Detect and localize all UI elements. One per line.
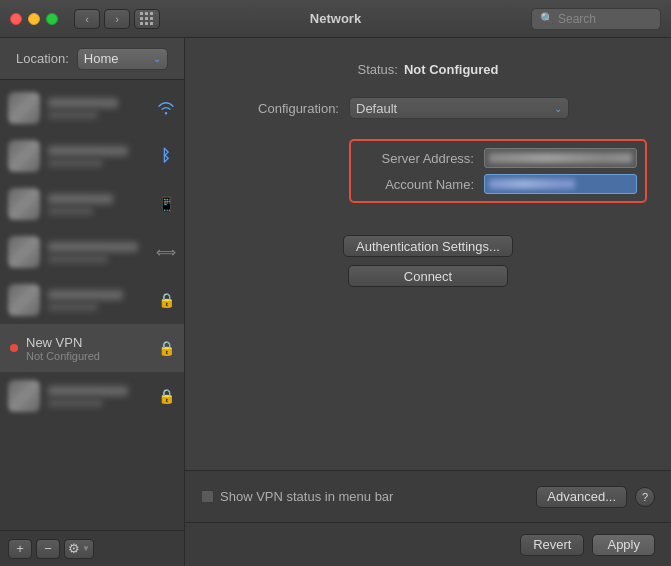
wifi-icon bbox=[156, 98, 176, 118]
item-icon bbox=[8, 236, 40, 268]
gear-icon: ⚙ bbox=[68, 541, 80, 556]
content-area: Status: Not Configured Configuration: De… bbox=[185, 38, 671, 470]
account-name-row: Account Name: bbox=[351, 171, 645, 197]
status-value: Not Configured bbox=[404, 62, 499, 77]
location-select[interactable]: Home ⌄ bbox=[77, 48, 168, 70]
item-icon bbox=[8, 380, 40, 412]
location-label: Location: bbox=[16, 51, 69, 66]
arrows-icon: ⟺ bbox=[156, 242, 176, 262]
gear-menu-button[interactable]: ⚙ ▼ bbox=[64, 539, 94, 559]
list-item[interactable]: 🔒 bbox=[0, 372, 184, 420]
grid-button[interactable] bbox=[134, 9, 160, 29]
server-address-value bbox=[489, 153, 632, 163]
bottom-bar: Show VPN status in menu bar Advanced... … bbox=[185, 470, 671, 522]
traffic-lights bbox=[10, 13, 58, 25]
vpn-lock-icon: 🔒 bbox=[156, 338, 176, 358]
item-text: New VPN Not Configured bbox=[26, 335, 148, 362]
server-address-label: Server Address: bbox=[359, 151, 484, 166]
status-row: Status: Not Configured bbox=[209, 62, 647, 77]
location-value: Home bbox=[84, 51, 119, 66]
remove-button[interactable]: − bbox=[36, 539, 60, 559]
right-panel: Status: Not Configured Configuration: De… bbox=[185, 38, 671, 566]
action-buttons-row: Revert Apply bbox=[185, 522, 671, 566]
account-name-label: Account Name: bbox=[359, 177, 484, 192]
configuration-arrow-icon: ⌄ bbox=[554, 103, 562, 114]
item-text bbox=[48, 194, 148, 215]
item-text bbox=[48, 98, 148, 119]
bluetooth-icon: ᛒ bbox=[156, 146, 176, 166]
item-text bbox=[48, 386, 148, 407]
sidebar-list: ᛒ 📱 ⟺ bbox=[0, 80, 184, 530]
list-item[interactable]: 📱 bbox=[0, 180, 184, 228]
account-name-input[interactable] bbox=[484, 174, 637, 194]
action-buttons: Authentication Settings... Connect bbox=[209, 235, 647, 287]
minimize-button[interactable] bbox=[28, 13, 40, 25]
item-icon bbox=[8, 92, 40, 124]
vpn-status-dot bbox=[10, 344, 18, 352]
item-text bbox=[48, 290, 148, 311]
status-label: Status: bbox=[357, 62, 397, 77]
configuration-select[interactable]: Default ⌄ bbox=[349, 97, 569, 119]
item-text bbox=[48, 146, 148, 167]
vpn-name: New VPN bbox=[26, 335, 148, 350]
window-title: Network bbox=[310, 11, 361, 26]
connect-button[interactable]: Connect bbox=[348, 265, 508, 287]
search-placeholder: Search bbox=[558, 12, 596, 26]
location-row: Location: Home ⌄ bbox=[0, 38, 184, 80]
gear-arrow-icon: ▼ bbox=[82, 544, 90, 553]
title-bar: ‹ › Network 🔍 Search bbox=[0, 0, 671, 38]
sidebar-item-vpn[interactable]: New VPN Not Configured 🔒 bbox=[0, 324, 184, 372]
maximize-button[interactable] bbox=[46, 13, 58, 25]
item-icon bbox=[8, 140, 40, 172]
close-button[interactable] bbox=[10, 13, 22, 25]
show-vpn-area: Show VPN status in menu bar bbox=[201, 489, 536, 504]
sidebar: Location: Home ⌄ bbox=[0, 38, 185, 566]
grid-icon bbox=[140, 12, 154, 26]
configuration-label: Configuration: bbox=[209, 101, 349, 116]
apply-button[interactable]: Apply bbox=[592, 534, 655, 556]
list-item[interactable] bbox=[0, 84, 184, 132]
list-item[interactable]: 🔒 bbox=[0, 276, 184, 324]
revert-button[interactable]: Revert bbox=[520, 534, 584, 556]
item-icon bbox=[8, 188, 40, 220]
bottom-right-buttons: Advanced... ? bbox=[536, 486, 655, 508]
server-address-input[interactable] bbox=[484, 148, 637, 168]
add-button[interactable]: + bbox=[8, 539, 32, 559]
show-vpn-checkbox[interactable] bbox=[201, 490, 214, 503]
main-area: Location: Home ⌄ bbox=[0, 38, 671, 566]
location-arrow-icon: ⌄ bbox=[153, 53, 161, 64]
list-item[interactable]: ᛒ bbox=[0, 132, 184, 180]
forward-button[interactable]: › bbox=[104, 9, 130, 29]
vpn-fields-container: Server Address: Account Name: bbox=[349, 139, 647, 203]
help-button[interactable]: ? bbox=[635, 487, 655, 507]
nav-buttons: ‹ › bbox=[74, 9, 130, 29]
phone-icon: 📱 bbox=[156, 194, 176, 214]
vpn-status: Not Configured bbox=[26, 350, 148, 362]
configuration-row: Configuration: Default ⌄ bbox=[209, 97, 647, 119]
server-address-row: Server Address: bbox=[351, 145, 645, 171]
list-item[interactable]: ⟺ bbox=[0, 228, 184, 276]
item-text bbox=[48, 242, 148, 263]
item-icon bbox=[8, 284, 40, 316]
search-bar[interactable]: 🔍 Search bbox=[531, 8, 661, 30]
auth-settings-button[interactable]: Authentication Settings... bbox=[343, 235, 513, 257]
configuration-value: Default bbox=[356, 101, 397, 116]
lock-icon: 🔒 bbox=[156, 290, 176, 310]
advanced-button[interactable]: Advanced... bbox=[536, 486, 627, 508]
account-name-value bbox=[489, 179, 575, 189]
lock-icon: 🔒 bbox=[156, 386, 176, 406]
sidebar-bottom: + − ⚙ ▼ bbox=[0, 530, 184, 566]
search-icon: 🔍 bbox=[540, 12, 554, 25]
show-vpn-label: Show VPN status in menu bar bbox=[220, 489, 393, 504]
back-button[interactable]: ‹ bbox=[74, 9, 100, 29]
